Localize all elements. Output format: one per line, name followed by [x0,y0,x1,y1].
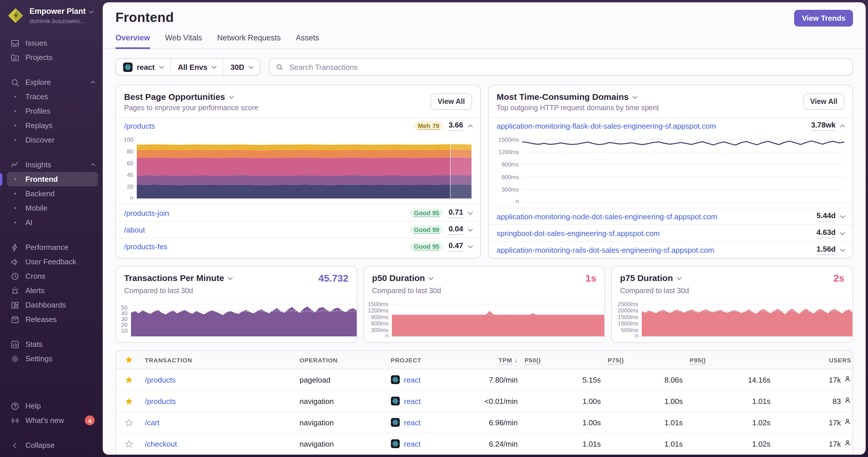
chevron-down-icon[interactable] [468,227,473,232]
domain-link[interactable]: application-monitoring-flask-dot-sales-e… [497,122,716,130]
sidebar-item-issues[interactable]: Issues [7,36,98,50]
sidebar-item-what-s-new[interactable]: What's new4 [7,413,98,428]
sidebar-group-insights[interactable]: Insights [7,158,98,172]
chevron-down-icon [159,64,164,69]
operation-cell: navigation [296,439,387,448]
chevron-down-icon[interactable] [429,275,434,280]
column-header-p50-[interactable]: P50() [521,356,604,363]
org-switcher[interactable]: Empower Plant dominik.buszowiec... [0,0,103,28]
sidebar-item-projects[interactable]: Projects [7,50,98,65]
chevron-up-icon[interactable] [840,124,845,129]
column-header-operation[interactable]: OPERATION [296,356,387,363]
chevron-down-icon[interactable] [228,275,233,280]
transaction-link[interactable]: /products [145,397,176,405]
column-header-p75-[interactable]: P75() [604,356,686,363]
project-filter[interactable]: react [116,59,170,75]
env-filter[interactable]: All Envs [170,59,223,75]
svg-text:600ms: 600ms [501,174,519,180]
sidebar-group-label: Explore [25,78,85,87]
sidebar-item-help[interactable]: Help [7,399,98,413]
sidebar-item-discover[interactable]: Discover [7,133,98,147]
tab-overview[interactable]: Overview [116,33,150,49]
sidebar-item-frontend[interactable]: Frontend [7,172,98,186]
daterange-filter[interactable]: 30D [223,59,260,75]
chevron-down-icon[interactable] [677,275,682,280]
search-input[interactable] [288,62,846,72]
star-toggle[interactable] [116,397,142,405]
transaction-link[interactable]: /products [124,122,155,130]
opportunities-view-all-button[interactable]: View All [431,94,472,110]
sidebar-group-explore[interactable]: Explore [7,75,98,90]
tab-web-vitals[interactable]: Web Vitals [165,33,202,48]
opportunities-subtitle: Pages to improve your performance score [124,104,472,112]
search-transactions[interactable] [269,58,853,75]
sidebar-item-traces[interactable]: Traces [7,90,98,104]
bullet-icon [10,207,20,209]
sidebar-item-performance[interactable]: Performance [7,240,98,255]
column-header-tpm[interactable]: TPM ↓ [468,356,521,363]
project-link[interactable]: react [404,376,421,384]
chevron-down-icon[interactable] [229,94,234,99]
sort-desc-icon: ↓ [512,356,518,363]
chevron-down-icon[interactable] [840,214,845,219]
chart-domain: 0300ms600ms900ms1200ms1500ms [489,134,852,208]
transaction-link[interactable]: /checkout [145,439,177,448]
domain-link[interactable]: application-monitoring-rails-dot-sales-e… [497,246,714,254]
transaction-link[interactable]: /about [124,225,145,234]
project-link[interactable]: react [404,397,421,405]
star-toggle[interactable] [116,418,142,427]
sidebar-item-dashboards[interactable]: Dashboards [7,298,98,312]
org-name: Empower Plant [29,7,86,15]
chevron-up-icon[interactable] [468,124,473,129]
sidebar-item-user-feedback[interactable]: User Feedback [7,255,98,269]
chevron-down-icon[interactable] [468,243,473,249]
transaction-link[interactable]: /products-fes [124,242,167,251]
table-row: /productsnavigationreact<0.01/min1.00s1.… [116,391,852,412]
chevron-down-icon[interactable] [468,210,473,215]
domains-view-all-button[interactable]: View All [803,94,845,110]
star-toggle[interactable] [116,439,142,448]
domain-row: application-monitoring-flask-dot-sales-e… [489,118,852,134]
tpm-cell: 6.96/min [468,418,521,427]
domains-subtitle: Top outgoing HTTP request domains by tim… [497,104,844,112]
chevron-down-icon[interactable] [632,94,638,99]
transaction-cell: /products [142,376,296,384]
tab-network-requests[interactable]: Network Requests [217,33,281,48]
domain-link[interactable]: application-monitoring-node-dot-sales-en… [497,212,717,221]
sidebar-item-stats[interactable]: Stats [7,337,98,351]
sidebar-item-collapse[interactable]: Collapse [7,438,98,452]
view-trends-button[interactable]: View Trends [795,10,853,27]
column-header-users[interactable]: USERS [774,356,853,363]
column-header-star[interactable] [116,355,142,364]
domain-link[interactable]: springboot-dot-sales-engineering-sf.apps… [497,229,660,237]
transaction-link[interactable]: /cart [145,418,160,427]
sidebar-item-replays[interactable]: Replays [7,118,98,133]
column-header-project[interactable]: PROJECT [387,356,468,363]
svg-text:1200ms: 1200ms [368,307,388,314]
tab-assets[interactable]: Assets [296,33,319,48]
column-header-p95-[interactable]: P95() [686,356,774,363]
svg-text:600ms: 600ms [371,320,388,327]
chevron-down-icon[interactable] [840,247,845,252]
transaction-link[interactable]: /products [145,376,176,384]
svg-text:300ms: 300ms [371,327,388,333]
sidebar-item-backend[interactable]: Backend [7,186,98,201]
column-header-transaction[interactable]: TRANSACTION [142,356,296,363]
sidebar-item-settings[interactable]: Settings [7,351,98,366]
sidebar-item-mobile[interactable]: Mobile [7,201,98,215]
chevron-down-icon [89,8,93,13]
sidebar-item-profiles[interactable]: Profiles [7,104,98,118]
sidebar-item-crons[interactable]: Crons [7,269,98,283]
sidebar-item-alerts[interactable]: Alerts [7,283,98,298]
opportunities-title: Best Page Opportunities [124,92,225,102]
sidebar-item-label: What's new [25,416,79,425]
sidebar-item-releases[interactable]: Releases [7,312,98,327]
star-toggle[interactable] [116,376,142,384]
project-link[interactable]: react [404,418,421,427]
chevron-down-icon [249,64,254,69]
sidebar-item-ai[interactable]: AI [7,215,98,230]
chevron-down-icon[interactable] [840,230,845,235]
project-link[interactable]: react [404,439,421,448]
transaction-link[interactable]: /products-join [124,208,169,217]
tpm-cell: 6.24/min [468,439,521,448]
